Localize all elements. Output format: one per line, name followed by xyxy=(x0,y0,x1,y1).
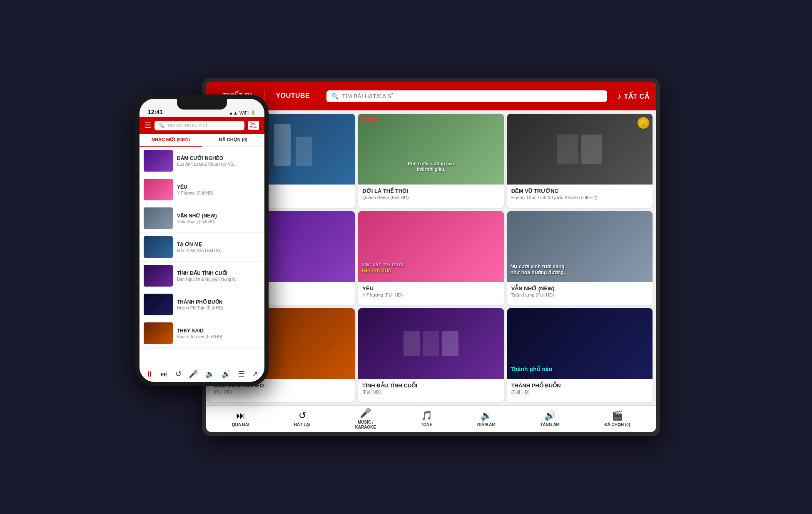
phone-vol-down-btn[interactable]: 🔉 xyxy=(205,369,214,379)
phone: 12:41 ▲▲ WiFi 🔋 ☰ 🔍 TÌM BÀI HÁT/CA SĨ Yo… xyxy=(135,95,269,386)
phone-search-box[interactable]: 🔍 TÌM BÀI HÁT/CA SĨ xyxy=(154,121,244,130)
phone-thumb-4 xyxy=(144,236,173,258)
tablet-search-input[interactable] xyxy=(342,93,602,100)
giam-am-label: GIẢM ÂM xyxy=(477,422,496,427)
grid-title-2: ĐỜI LÀ THẾ THÔI xyxy=(362,188,499,194)
da-chon-label: ĐÃ CHỌN (0) xyxy=(604,422,630,427)
phone-share-btn[interactable]: ↗ xyxy=(252,369,258,379)
phone-header: ☰ 🔍 TÌM BÀI HÁT/CA SĨ You Tube xyxy=(139,117,264,134)
grid-artist-8: (Full HD) xyxy=(362,389,499,394)
tablet-bottom-bar: ⏭ QUA BÀI ↺ HÁT LẠI 🎤 MUSIC / KARAOKE 🎵 … xyxy=(206,405,656,432)
tone-button[interactable]: 🎵 TONE xyxy=(417,409,437,429)
phone-search-placeholder: TÌM BÀI HÁT/CA SĨ xyxy=(167,123,207,128)
grid-title-5: YÊU xyxy=(362,285,499,292)
tat-ca-button[interactable]: ♪ TẤT CẢ xyxy=(617,92,649,101)
search-icon: 🔍 xyxy=(331,93,339,100)
grid-artist-3: Hoàng Thục Linh & Quốc Khanh (Full HD) xyxy=(511,195,648,200)
phone-bottom-controls: ⏸ ⏭ ↺ 🎤 🔉 🔊 ☰ ↗ xyxy=(139,366,264,382)
phone-status-icons: ▲▲ WiFi 🔋 xyxy=(229,110,256,115)
tab-youtube[interactable]: YOUTUBE xyxy=(266,89,320,104)
repeat-icon: ↺ xyxy=(299,410,306,421)
phone-song-list: ĐÁM CƯỚI NGHÈO Lưu Ánh Loan & Khưu Huy V… xyxy=(139,147,264,366)
phone-song-info-1: ĐÁM CƯỚI NGHÈO Lưu Ánh Loan & Khưu Huy V… xyxy=(177,155,260,167)
battery-icon: 🔋 xyxy=(250,110,256,115)
grid-title-6: VẪN NHỚ (NEW) xyxy=(511,285,648,292)
giam-am-button[interactable]: 🔉 GIẢM ÂM xyxy=(473,409,500,429)
tablet-search-box[interactable]: 🔍 xyxy=(326,90,607,102)
grid-item-9[interactable]: Thành phố nào THÀNH PHỐ BUỒN (Full HD) xyxy=(507,308,653,402)
phone-song-title-7: THEY SAID xyxy=(177,328,260,334)
phone-list-item-5[interactable]: TÌNH ĐẦU TÌNH CUỐI Đan Nguyên & Nguyễn H… xyxy=(139,262,264,290)
phone-vol-up-btn[interactable]: 🔊 xyxy=(222,369,231,379)
phone-song-title-3: VẪN NHỚ (NEW) xyxy=(177,213,260,219)
music-note-icon: ♪ xyxy=(617,92,622,101)
music-karaoke-button[interactable]: 🎤 MUSIC / KARAOKE xyxy=(351,406,381,432)
phone-list-item-4[interactable]: TẠ ƠN MẸ Mai Thiên Vân (Full HD) xyxy=(139,233,264,262)
mic-icon: 🎤 xyxy=(360,408,371,419)
phone-list-item-1[interactable]: ĐÁM CƯỚI NGHÈO Lưu Ánh Loan & Khưu Huy V… xyxy=(139,147,264,175)
phone-skip-btn[interactable]: ⏭ xyxy=(160,370,168,379)
phone-list-item-7[interactable]: THEY SAID Binz & Touliver (Full HD) xyxy=(139,319,264,348)
tang-am-button[interactable]: 🔊 TĂNG ÂM xyxy=(536,409,564,429)
qua-bai-label: QUA BÀI xyxy=(232,422,249,427)
phone-song-info-6: THÀNH PHỐ BUỒN Huỳnh Phi Tiễn (Full HD) xyxy=(177,299,260,310)
grid-item-3[interactable]: 🏆 ĐÊM VŨ TRƯỜNG Hoàng Thục Linh & Quốc K… xyxy=(507,114,653,208)
phone-song-info-7: THEY SAID Binz & Touliver (Full HD) xyxy=(177,328,260,339)
grid-artist-6: Tuấn Hưng (Full HD) xyxy=(511,292,648,298)
phone-song-title-5: TÌNH ĐẦU TÌNH CUỐI xyxy=(177,270,260,276)
phone-song-title-4: TẠ ƠN MẸ xyxy=(177,242,260,247)
grid-artist-2: Quách Beem (Full HD) xyxy=(362,195,499,200)
phone-song-info-5: TÌNH ĐẦU TÌNH CUỐI Đan Nguyên & Nguyễn H… xyxy=(177,270,260,282)
phone-pause-btn[interactable]: ⏸ xyxy=(146,370,153,379)
phone-thumb-6 xyxy=(144,294,173,315)
phone-song-artist-5: Đan Nguyên & Nguyễn Hồng N... xyxy=(177,277,260,282)
phone-repeat-btn[interactable]: ↺ xyxy=(175,369,182,379)
grid-item-8[interactable]: TÌNH ĐẦU TÌNH CUỐI (Full HD) xyxy=(358,308,503,402)
phone-thumb-3 xyxy=(144,207,173,229)
playlist-icon: 🎬 xyxy=(612,410,623,421)
hat-lai-label: HÁT LẠI xyxy=(294,422,310,427)
phone-thumb-7 xyxy=(144,322,173,344)
hat-lai-button[interactable]: ↺ HÁT LẠI xyxy=(290,409,314,429)
phone-tab-nhac-moi[interactable]: NHẠC MỚI (6361) xyxy=(139,134,202,147)
grid-artist-9: (Full HD) xyxy=(511,389,648,394)
phone-song-artist-1: Lưu Ánh Loan & Khưu Huy Vũ... xyxy=(177,162,260,167)
phone-tab-da-chon[interactable]: ĐÃ CHỌN (0) xyxy=(202,134,264,146)
phone-song-artist-3: Tuấn Hưng (Full HD) xyxy=(177,220,260,224)
tone-label: TONE xyxy=(421,422,433,427)
phone-song-artist-2: Y Phương (Full HD) xyxy=(177,191,260,195)
tablet-inner: THIẾT BỊ YOUTUBE 🔍 ♪ TẤT CẢ xyxy=(206,82,656,432)
grid-title-9: THÀNH PHỐ BUỒN xyxy=(511,382,648,389)
hamburger-menu[interactable]: ☰ xyxy=(144,121,151,130)
signal-icon: ▲▲ xyxy=(229,110,238,115)
phone-time: 12:41 xyxy=(148,109,163,115)
qua-bai-button[interactable]: ⏭ QUA BÀI xyxy=(228,409,254,429)
phone-list-btn[interactable]: ☰ xyxy=(238,369,245,379)
grid-item-2[interactable]: Khó trước sướng sau thế mới giàu. ĐỜI LÀ… xyxy=(358,114,503,208)
phone-song-info-2: YÊU Y Phương (Full HD) xyxy=(177,184,260,195)
grid-title-3: ĐÊM VŨ TRƯỜNG xyxy=(511,188,648,194)
scene: THIẾT BỊ YOUTUBE 🔍 ♪ TẤT CẢ xyxy=(135,70,677,444)
phone-list-item-3[interactable]: VẪN NHỚ (NEW) Tuấn Hưng (Full HD) xyxy=(139,204,264,233)
phone-mic-btn[interactable]: 🎤 xyxy=(189,369,198,379)
grid-item-5[interactable]: xạc xào tre thưa. Gió êm đưa YÊU Y Phươn… xyxy=(358,211,503,305)
tablet: THIẾT BỊ YOUTUBE 🔍 ♪ TẤT CẢ xyxy=(202,78,660,436)
phone-song-info-4: TẠ ƠN MẸ Mai Thiên Vân (Full HD) xyxy=(177,242,260,253)
skip-icon: ⏭ xyxy=(236,410,245,421)
phone-inner: 12:41 ▲▲ WiFi 🔋 ☰ 🔍 TÌM BÀI HÁT/CA SĨ Yo… xyxy=(139,99,264,382)
phone-search-icon: 🔍 xyxy=(159,123,164,128)
grid-artist-7: (Full HD) xyxy=(214,389,351,394)
phone-list-item-6[interactable]: THÀNH PHỐ BUỒN Huỳnh Phi Tiễn (Full HD) xyxy=(139,290,264,319)
phone-notch xyxy=(177,99,227,110)
phone-thumb-1 xyxy=(144,150,173,172)
grid-title-8: TÌNH ĐẦU TÌNH CUỐI xyxy=(362,382,499,389)
tablet-grid: ĐANG THẤT TÌNH (Full HD) xyxy=(206,110,656,405)
phone-list-item-2[interactable]: YÊU Y Phương (Full HD) xyxy=(139,175,264,204)
grid-item-6[interactable]: Nụ cười xinh tươi sáng như hoa hướng dươ… xyxy=(507,211,653,305)
youtube-badge[interactable]: You Tube xyxy=(248,120,259,130)
phone-song-artist-6: Huỳnh Phi Tiễn (Full HD) xyxy=(177,306,260,310)
gold-badge: 🏆 xyxy=(638,117,649,129)
da-chon-button[interactable]: 🎬 ĐÃ CHỌN (0) xyxy=(600,409,634,429)
wifi-icon: WiFi xyxy=(239,110,249,115)
tone-icon: 🎵 xyxy=(421,410,432,421)
